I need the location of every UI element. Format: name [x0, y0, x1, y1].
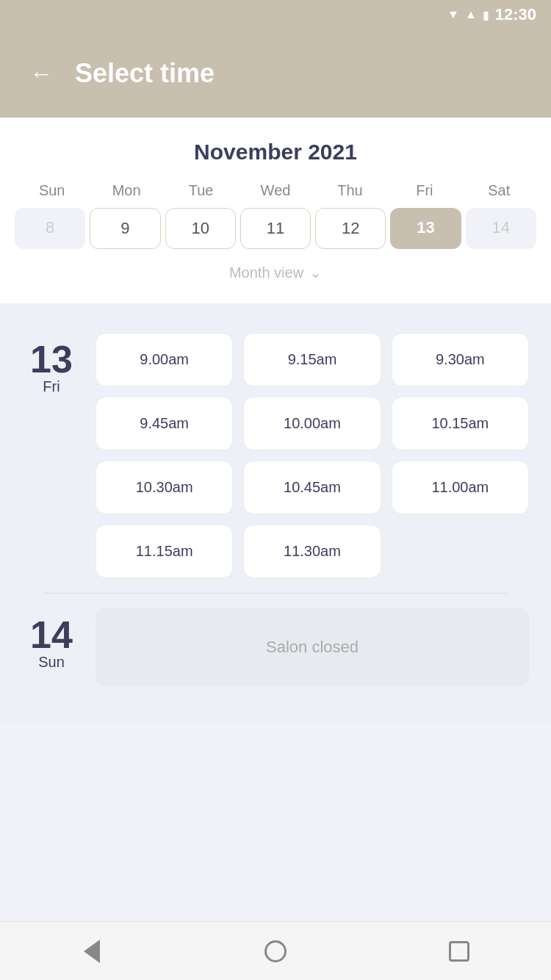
month-year-title: November 2021 — [15, 140, 536, 165]
time-slots-13: 9.00am 9.15am 9.30am 9.45am 10.00am 10.1… — [96, 333, 529, 578]
time-section: 13 Fri 9.00am 9.15am 9.30am 9.45am 10.00… — [0, 303, 551, 723]
signal-icon: ▲ — [465, 8, 477, 21]
nav-recents-button[interactable] — [437, 929, 481, 973]
weekday-row: Sun Mon Tue Wed Thu Fri Sat — [15, 182, 536, 199]
day-13-number: 13 — [30, 340, 73, 378]
month-view-label: Month view — [229, 264, 303, 281]
day-12[interactable]: 12 — [315, 208, 386, 249]
weekday-mon: Mon — [89, 182, 163, 199]
slot-1015am[interactable]: 10.15am — [392, 397, 529, 450]
day-14-number: 14 — [30, 616, 73, 654]
slot-1000am[interactable]: 10.00am — [243, 397, 381, 450]
bottom-nav — [0, 921, 551, 980]
chevron-down-icon[interactable]: ⌄ — [309, 264, 322, 281]
day-10[interactable]: 10 — [165, 208, 236, 249]
day-14-label: 14 Sun — [22, 608, 81, 686]
slot-1115am[interactable]: 11.15am — [96, 525, 233, 578]
header: ← Select time — [0, 29, 551, 118]
weekday-wed: Wed — [238, 182, 312, 199]
day-14-name: Sun — [38, 654, 65, 671]
weekday-sun: Sun — [15, 182, 89, 199]
page-title: Select time — [75, 58, 215, 89]
weekday-thu: Thu — [313, 182, 387, 199]
slot-945am[interactable]: 9.45am — [96, 397, 233, 450]
nav-home-button[interactable] — [253, 929, 298, 973]
day-13-name: Fri — [43, 378, 60, 395]
slot-1045am[interactable]: 10.45am — [243, 461, 381, 514]
slot-930am[interactable]: 9.30am — [392, 333, 529, 386]
slot-1030am[interactable]: 10.30am — [96, 461, 233, 514]
slot-1130am[interactable]: 11.30am — [243, 525, 381, 578]
day-13[interactable]: 13 — [390, 208, 461, 249]
day-14-block: 14 Sun Salon closed — [22, 594, 529, 701]
weekday-fri: Fri — [387, 182, 461, 199]
weekday-tue: Tue — [164, 182, 238, 199]
day-9[interactable]: 9 — [90, 208, 160, 249]
salon-closed-label: Salon closed — [96, 608, 529, 686]
day-13-label: 13 Fri — [22, 333, 81, 578]
slot-1100am[interactable]: 11.00am — [392, 461, 529, 514]
day-11[interactable]: 11 — [240, 208, 311, 249]
slot-900am[interactable]: 9.00am — [96, 333, 233, 386]
status-bar: ▼ ▲ ▮ 12:30 — [0, 0, 551, 29]
days-row: 8 9 10 11 12 13 14 — [15, 208, 536, 249]
home-nav-icon — [264, 940, 287, 962]
status-icons: ▼ ▲ ▮ 12:30 — [447, 5, 536, 24]
wifi-icon: ▼ — [447, 8, 459, 21]
day-13-block: 13 Fri 9.00am 9.15am 9.30am 9.45am 10.00… — [22, 318, 529, 593]
back-button[interactable]: ← — [29, 60, 53, 87]
calendar-section: November 2021 Sun Mon Tue Wed Thu Fri Sa… — [0, 118, 551, 303]
battery-icon: ▮ — [483, 8, 489, 22]
nav-back-button[interactable] — [70, 929, 114, 973]
status-time: 12:30 — [495, 5, 536, 24]
day-14[interactable]: 14 — [466, 208, 536, 249]
month-view-row[interactable]: Month view ⌄ — [15, 264, 536, 289]
recents-nav-icon — [449, 941, 469, 962]
day-8[interactable]: 8 — [15, 208, 85, 249]
slot-915am[interactable]: 9.15am — [243, 333, 381, 386]
back-nav-icon — [84, 940, 100, 963]
weekday-sat: Sat — [462, 182, 536, 199]
